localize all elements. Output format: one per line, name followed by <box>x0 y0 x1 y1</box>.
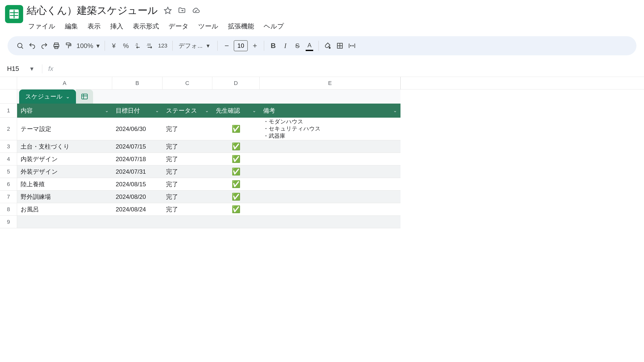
table-row[interactable]: 陸上養殖2024/08/15完了✅ <box>17 178 400 191</box>
cell-note[interactable]: ・モダンハウス・セキュリティハウス・武器庫 <box>260 118 400 140</box>
select-all-corner[interactable] <box>0 77 17 89</box>
th-date[interactable]: 目標日付⌄ <box>112 104 163 118</box>
table-row[interactable]: 外装デザイン2024/07/31完了✅ <box>17 165 400 178</box>
cell-note[interactable] <box>260 153 400 165</box>
th-confirm[interactable]: 先生確認⌄ <box>212 104 260 118</box>
row-header[interactable]: 3 <box>0 140 17 153</box>
menu-data[interactable]: データ <box>168 21 189 32</box>
cell-confirm[interactable]: ✅ <box>212 191 260 203</box>
table-tab[interactable]: スケジュール ⌄ <box>19 89 76 104</box>
cell-content[interactable]: テーマ設定 <box>17 118 112 140</box>
decrease-font-icon[interactable]: − <box>221 40 232 51</box>
formula-bar[interactable] <box>59 64 644 73</box>
cell-note[interactable] <box>260 216 400 228</box>
cell-status[interactable]: 完了 <box>163 203 212 215</box>
row-header[interactable]: 7 <box>0 191 17 203</box>
th-note[interactable]: 備考⌄ <box>260 104 400 118</box>
increase-font-icon[interactable]: + <box>249 40 260 51</box>
cell-status[interactable]: 完了 <box>163 118 212 140</box>
borders-icon[interactable] <box>334 40 345 51</box>
th-content[interactable]: 内容⌄ <box>17 104 112 118</box>
cell-date[interactable]: 2024/06/30 <box>112 118 163 140</box>
font-size-input[interactable] <box>234 40 248 51</box>
cloud-status-icon[interactable] <box>192 7 200 15</box>
col-header-e[interactable]: E <box>260 77 400 89</box>
paint-format-icon[interactable] <box>63 40 74 51</box>
bold-icon[interactable]: B <box>268 40 279 51</box>
table-row[interactable] <box>17 216 400 228</box>
cell-confirm[interactable]: ✅ <box>212 203 260 215</box>
cell-date[interactable]: 2024/08/15 <box>112 178 163 190</box>
cell-status[interactable]: 完了 <box>163 140 212 153</box>
text-color-icon[interactable]: A <box>304 40 315 51</box>
menu-help[interactable]: ヘルプ <box>263 21 285 32</box>
cell-confirm[interactable]: ✅ <box>212 178 260 190</box>
table-row[interactable]: お風呂2024/08/24完了✅ <box>17 203 400 216</box>
cell-content[interactable]: 野外訓練場 <box>17 191 112 203</box>
cell-content[interactable]: 外装デザイン <box>17 165 112 178</box>
col-header-a[interactable]: A <box>17 77 112 89</box>
cell-confirm[interactable] <box>212 216 260 228</box>
cell-date[interactable]: 2024/08/20 <box>112 191 163 203</box>
cell-note[interactable] <box>260 178 400 190</box>
cell-content[interactable]: 陸上養殖 <box>17 178 112 190</box>
redo-icon[interactable] <box>39 40 50 51</box>
cell-confirm[interactable]: ✅ <box>212 153 260 165</box>
fill-color-icon[interactable] <box>322 40 333 51</box>
cell-note[interactable] <box>260 165 400 178</box>
decrease-decimal-icon[interactable]: .0 <box>133 40 144 51</box>
cell-content[interactable]: お風呂 <box>17 203 112 215</box>
col-header-d[interactable]: D <box>212 77 260 89</box>
document-title[interactable]: 結心くん）建築スケジュール <box>27 4 158 17</box>
cell-status[interactable]: 完了 <box>163 191 212 203</box>
cell-content[interactable] <box>17 216 112 228</box>
row-header[interactable]: 9 <box>0 216 17 228</box>
cell-date[interactable]: 2024/07/18 <box>112 153 163 165</box>
menu-extensions[interactable]: 拡張機能 <box>227 21 255 32</box>
menu-insert[interactable]: 挿入 <box>110 21 124 32</box>
cell-note[interactable] <box>260 191 400 203</box>
row-header[interactable]: 4 <box>0 153 17 165</box>
strikethrough-icon[interactable]: S <box>292 40 303 51</box>
move-folder-icon[interactable] <box>178 7 186 15</box>
table-row[interactable]: 土台・支柱づくり2024/07/15完了✅ <box>17 140 400 153</box>
merge-cells-icon[interactable] <box>346 40 357 51</box>
cell-status[interactable]: 完了 <box>163 165 212 178</box>
menu-format[interactable]: 表示形式 <box>132 21 159 32</box>
cell-date[interactable]: 2024/07/15 <box>112 140 163 153</box>
menu-edit[interactable]: 編集 <box>64 21 78 32</box>
col-header-b[interactable]: B <box>112 77 163 89</box>
font-select[interactable]: デフォ...▾ <box>176 42 214 50</box>
search-icon[interactable] <box>15 40 26 51</box>
cell-status[interactable]: 完了 <box>163 178 212 190</box>
row-header[interactable]: 2 <box>0 118 17 140</box>
cell-date[interactable]: 2024/08/24 <box>112 203 163 215</box>
percent-button[interactable]: % <box>120 40 132 51</box>
row-header[interactable]: 5 <box>0 165 17 178</box>
italic-icon[interactable]: I <box>280 40 291 51</box>
row-header[interactable]: 8 <box>0 203 17 216</box>
row-header[interactable]: 1 <box>0 104 17 118</box>
table-row[interactable]: 野外訓練場2024/08/20完了✅ <box>17 191 400 203</box>
table-row[interactable]: 内装デザイン2024/07/18完了✅ <box>17 153 400 165</box>
menu-file[interactable]: ファイル <box>28 21 56 32</box>
col-header-c[interactable]: C <box>163 77 212 89</box>
cell-note[interactable] <box>260 203 400 215</box>
cell-content[interactable]: 内装デザイン <box>17 153 112 165</box>
print-icon[interactable] <box>51 40 62 51</box>
cell-status[interactable]: 完了 <box>163 153 212 165</box>
table-view-icon[interactable] <box>76 89 93 104</box>
cell-confirm[interactable]: ✅ <box>212 165 260 178</box>
zoom-select[interactable]: 100%▾ <box>75 42 101 50</box>
cell-confirm[interactable]: ✅ <box>212 140 260 153</box>
number-format-button[interactable]: 123 <box>157 40 169 51</box>
currency-button[interactable]: ¥ <box>108 40 119 51</box>
name-box[interactable]: H15▾ <box>5 63 36 74</box>
cell-date[interactable] <box>112 216 163 228</box>
cell-date[interactable]: 2024/07/31 <box>112 165 163 178</box>
th-status[interactable]: ステータス⌄ <box>163 104 212 118</box>
cell-content[interactable]: 土台・支柱づくり <box>17 140 112 153</box>
undo-icon[interactable] <box>27 40 38 51</box>
sheets-logo[interactable] <box>5 5 23 23</box>
cell-confirm[interactable]: ✅ <box>212 118 260 140</box>
